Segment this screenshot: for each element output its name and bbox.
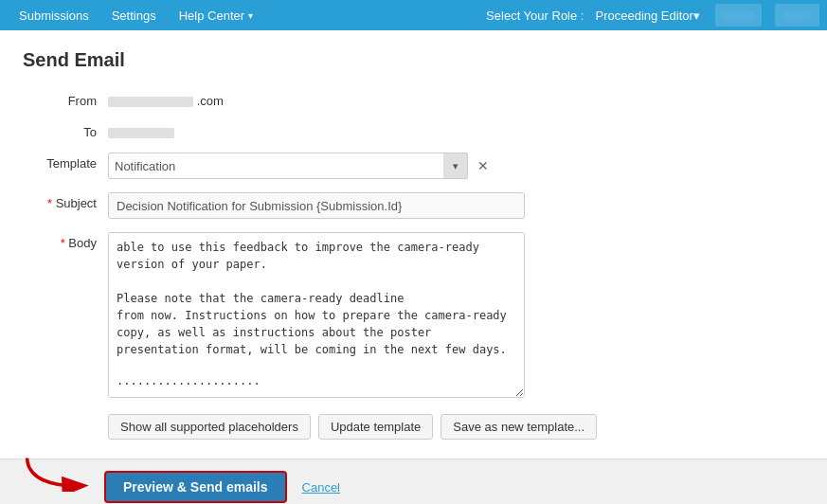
- template-controls: Notification ▾ ✕: [108, 153, 493, 179]
- red-arrow-icon: [19, 454, 95, 492]
- template-clear-button[interactable]: ✕: [474, 158, 493, 173]
- body-textarea[interactable]: able to use this feedback to improve the…: [108, 232, 525, 398]
- update-template-button[interactable]: Update template: [318, 414, 433, 440]
- cancel-button[interactable]: Cancel: [302, 480, 340, 495]
- from-label: From: [23, 90, 108, 108]
- body-label: Body: [23, 232, 108, 250]
- help-center-caret-icon: ▾: [248, 10, 253, 21]
- save-new-template-button[interactable]: Save as new template...: [440, 414, 597, 440]
- template-row: Template Notification ▾ ✕: [23, 153, 804, 179]
- from-value: .com: [108, 90, 804, 108]
- nav-submissions[interactable]: Submissions: [8, 0, 100, 30]
- subject-input[interactable]: [108, 192, 525, 219]
- navbar: Submissions Settings Help Center ▾ Selec…: [0, 0, 827, 30]
- nav-proceeding-editor[interactable]: Proceeding Editor ▾: [587, 0, 707, 30]
- subject-label: Subject: [23, 192, 108, 210]
- subject-row: Subject: [23, 192, 804, 219]
- page-title: Send Email: [23, 49, 804, 71]
- template-select-wrapper: Notification ▾: [108, 153, 468, 179]
- nav-settings[interactable]: Settings: [100, 0, 168, 30]
- template-dropdown-arrow-icon[interactable]: ▾: [443, 153, 468, 179]
- template-label: Template: [23, 153, 108, 171]
- subject-input-wrapper: [108, 192, 525, 219]
- select-role-label: Select Your Role :: [482, 9, 587, 23]
- from-row: From .com: [23, 90, 804, 108]
- body-row: Body able to use this feedback to improv…: [23, 232, 804, 401]
- nav-help-center[interactable]: Help Center ▾: [168, 0, 264, 30]
- body-wrapper: able to use this feedback to improve the…: [108, 232, 525, 401]
- nav-user-btn-1[interactable]: ···········: [715, 4, 763, 27]
- show-placeholders-button[interactable]: Show all supported placeholders: [108, 414, 311, 440]
- nav-user-buttons: ··········· ··········: [708, 4, 819, 27]
- nav-user-btn-2[interactable]: ··········: [775, 4, 819, 27]
- to-value: [108, 121, 804, 139]
- footer-bar: Preview & Send emails Cancel: [0, 459, 827, 504]
- arrow-container: Preview & Send emails: [104, 471, 287, 503]
- action-buttons-row: Show all supported placeholders Update t…: [108, 414, 804, 440]
- from-email-blurred: [108, 97, 193, 107]
- preview-send-button[interactable]: Preview & Send emails: [104, 471, 287, 503]
- to-email-blurred: [108, 128, 174, 138]
- template-select[interactable]: Notification: [108, 153, 468, 179]
- to-label: To: [23, 121, 108, 139]
- role-caret-icon: ▾: [693, 9, 700, 23]
- page-content: Send Email From .com To Template Notific…: [0, 30, 827, 459]
- to-row: To: [23, 121, 804, 139]
